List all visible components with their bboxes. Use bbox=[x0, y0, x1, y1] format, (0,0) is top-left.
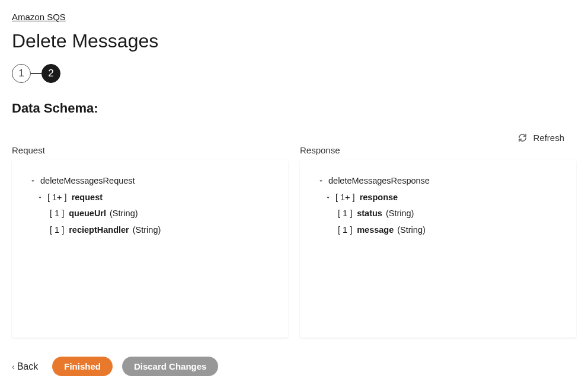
cardinality: [ 1+ ] bbox=[335, 190, 355, 206]
schema-columns: Request deleteMessagesRequest [ 1+ ] req… bbox=[12, 145, 576, 338]
refresh-icon[interactable] bbox=[518, 133, 527, 142]
response-field-row[interactable]: [ 1 ] status (String) bbox=[317, 206, 560, 222]
field-name: recieptHandler bbox=[69, 222, 129, 239]
field-name: response bbox=[360, 190, 398, 206]
back-button[interactable]: ‹ Back bbox=[12, 361, 38, 372]
field-type: (String) bbox=[133, 222, 161, 239]
cardinality: [ 1 ] bbox=[338, 222, 352, 239]
chevron-down-icon[interactable] bbox=[324, 194, 332, 201]
request-panel: deleteMessagesRequest [ 1+ ] request [ 1… bbox=[12, 160, 288, 338]
chevron-left-icon: ‹ bbox=[12, 362, 15, 371]
response-panel: deleteMessagesResponse [ 1+ ] response [… bbox=[300, 160, 576, 338]
field-type: (String) bbox=[397, 222, 426, 239]
response-group-row[interactable]: [ 1+ ] response bbox=[317, 190, 560, 206]
step-connector bbox=[31, 73, 41, 74]
request-root-name: deleteMessagesRequest bbox=[40, 173, 135, 190]
response-column: Response deleteMessagesResponse [ 1+ ] r… bbox=[300, 145, 576, 338]
response-field-row[interactable]: [ 1 ] message (String) bbox=[317, 222, 560, 239]
back-label: Back bbox=[17, 361, 39, 372]
chevron-down-icon[interactable] bbox=[317, 178, 325, 184]
cardinality: [ 1+ ] bbox=[47, 190, 67, 206]
request-field-row[interactable]: [ 1 ] queueUrl (String) bbox=[28, 206, 271, 222]
page-title: Delete Messages bbox=[12, 30, 576, 52]
section-title: Data Schema: bbox=[12, 101, 576, 116]
request-column: Request deleteMessagesRequest [ 1+ ] req… bbox=[12, 145, 288, 338]
field-name: request bbox=[72, 190, 103, 206]
step-1[interactable]: 1 bbox=[12, 64, 31, 83]
response-root-row[interactable]: deleteMessagesResponse bbox=[317, 173, 560, 190]
breadcrumb-link[interactable]: Amazon SQS bbox=[12, 12, 66, 22]
field-name: message bbox=[357, 222, 394, 239]
cardinality: [ 1 ] bbox=[50, 206, 64, 222]
response-label: Response bbox=[300, 145, 576, 155]
request-root-row[interactable]: deleteMessagesRequest bbox=[28, 173, 271, 190]
refresh-button[interactable]: Refresh bbox=[533, 133, 564, 143]
finished-button[interactable]: Finished bbox=[52, 357, 113, 376]
cardinality: [ 1 ] bbox=[338, 206, 352, 222]
field-name: queueUrl bbox=[69, 206, 106, 222]
discard-changes-button[interactable]: Discard Changes bbox=[122, 357, 219, 376]
request-field-row[interactable]: [ 1 ] recieptHandler (String) bbox=[28, 222, 271, 239]
chevron-down-icon[interactable] bbox=[36, 194, 44, 201]
refresh-row: Refresh bbox=[12, 133, 576, 143]
request-group-row[interactable]: [ 1+ ] request bbox=[28, 190, 271, 206]
step-2[interactable]: 2 bbox=[41, 64, 60, 83]
response-root-name: deleteMessagesResponse bbox=[328, 173, 430, 190]
field-type: (String) bbox=[110, 206, 138, 222]
field-type: (String) bbox=[386, 206, 414, 222]
request-label: Request bbox=[12, 145, 288, 155]
chevron-down-icon[interactable] bbox=[28, 178, 37, 184]
field-name: status bbox=[357, 206, 382, 222]
button-row: ‹ Back Finished Discard Changes bbox=[12, 357, 576, 376]
cardinality: [ 1 ] bbox=[50, 222, 64, 239]
stepper: 1 2 bbox=[12, 64, 576, 83]
